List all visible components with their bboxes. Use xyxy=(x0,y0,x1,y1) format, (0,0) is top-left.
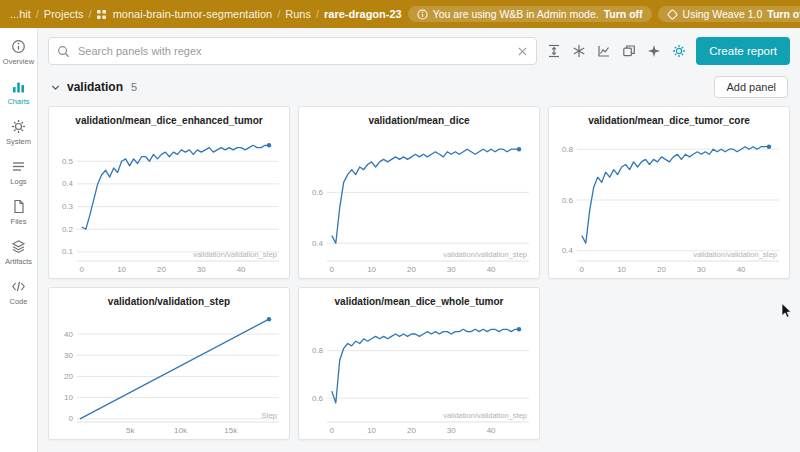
sidebar-item-label: Overview xyxy=(3,57,34,66)
svg-text:10: 10 xyxy=(117,265,126,274)
sidebar-item-system[interactable]: System xyxy=(0,113,38,153)
breadcrumb-run-name[interactable]: rare-dragon-23 xyxy=(324,8,402,20)
panel-search xyxy=(48,37,537,65)
charts-icon xyxy=(11,79,26,94)
add-panel-button[interactable]: Add panel xyxy=(714,76,788,98)
gear-icon xyxy=(11,119,26,134)
sidebar-item-label: Artifacts xyxy=(5,257,32,266)
sidebar-item-label: Charts xyxy=(7,97,29,106)
sparkle-icon[interactable] xyxy=(647,44,661,58)
breadcrumb-separator: / xyxy=(36,8,39,20)
breadcrumb-separator: / xyxy=(316,8,319,20)
svg-text:0: 0 xyxy=(330,265,335,274)
code-icon xyxy=(11,279,26,294)
breadcrumb-projects[interactable]: Projects xyxy=(44,8,84,20)
overview-icon xyxy=(11,39,26,54)
svg-text:30: 30 xyxy=(197,265,206,274)
svg-text:30: 30 xyxy=(447,426,456,435)
svg-text:40: 40 xyxy=(487,426,496,435)
svg-text:0.8: 0.8 xyxy=(562,145,574,154)
line-chart: 0.10.20.30.40.5010203040validation/valid… xyxy=(50,128,288,278)
file-icon xyxy=(11,199,26,214)
panels-toolbar: Create report xyxy=(48,37,790,65)
svg-text:Step: Step xyxy=(262,411,277,420)
svg-text:10: 10 xyxy=(617,265,626,274)
svg-text:40: 40 xyxy=(64,330,73,339)
weave-text: Using Weave 1.0 xyxy=(683,8,763,20)
svg-text:0: 0 xyxy=(69,414,74,423)
svg-text:0.6: 0.6 xyxy=(312,188,324,197)
svg-text:20: 20 xyxy=(157,265,166,274)
svg-text:0.2: 0.2 xyxy=(62,225,74,234)
admin-turn-off-link[interactable]: Turn off xyxy=(604,8,643,20)
svg-text:20: 20 xyxy=(407,265,416,274)
chart-panel-mean-dice[interactable]: validation/mean_dice 0.40.6010203040vali… xyxy=(298,106,540,279)
panel-grid-icon[interactable] xyxy=(622,44,636,58)
svg-text:10: 10 xyxy=(367,426,376,435)
svg-text:0.8: 0.8 xyxy=(312,346,324,355)
svg-text:0.4: 0.4 xyxy=(562,246,574,255)
breadcrumb-project[interactable]: monai-brain-tumor-segmentation xyxy=(113,8,273,20)
svg-text:0.6: 0.6 xyxy=(562,196,574,205)
chart-panel-mean-dice-tumor-core[interactable]: validation/mean_dice_tumor_core 0.40.60.… xyxy=(548,106,790,279)
layers-icon xyxy=(11,239,26,254)
line-chart: 0.60.8010203040validation/validation_ste… xyxy=(300,309,538,439)
search-icon xyxy=(57,45,70,58)
sidebar-item-overview[interactable]: Overview xyxy=(0,33,38,73)
create-report-button[interactable]: Create report xyxy=(696,37,790,65)
svg-text:validation/validation_step: validation/validation_step xyxy=(443,411,527,420)
weave-turn-off-link[interactable]: Turn off xyxy=(767,8,800,20)
smoothing-icon[interactable] xyxy=(597,44,611,58)
admin-mode-banner: You are using W&B in Admin mode. Turn of… xyxy=(408,6,652,22)
svg-text:validation/validation_step: validation/validation_step xyxy=(693,250,777,259)
sidebar-item-logs[interactable]: Logs xyxy=(0,153,38,193)
svg-text:0.4: 0.4 xyxy=(312,239,324,248)
svg-text:0: 0 xyxy=(80,265,85,274)
section-title: validation xyxy=(67,80,123,94)
sidebar-item-charts[interactable]: Charts xyxy=(0,73,38,113)
svg-text:30: 30 xyxy=(697,265,706,274)
info-icon xyxy=(417,9,428,20)
outliers-icon[interactable] xyxy=(572,44,586,58)
sidebar-item-label: Code xyxy=(10,297,28,306)
left-sidebar: Overview Charts System Logs Files Artifa… xyxy=(0,28,38,452)
svg-text:30: 30 xyxy=(64,351,73,360)
svg-text:validation/validation_step: validation/validation_step xyxy=(443,250,527,259)
sidebar-item-label: Files xyxy=(11,217,27,226)
sidebar-item-code[interactable]: Code xyxy=(0,273,38,313)
sidebar-item-label: System xyxy=(6,137,31,146)
chart-panel-mean-dice-enhanced-tumor[interactable]: validation/mean_dice_enhanced_tumor 0.10… xyxy=(48,106,290,279)
chart-panel-validation-step[interactable]: validation/validation_step 0102030405k10… xyxy=(48,287,290,440)
line-chart: 0.40.6010203040validation/validation_ste… xyxy=(300,128,538,278)
validation-section-header: validation 5 Add panel xyxy=(48,76,790,98)
top-navbar: ...hit / Projects / monai-brain-tumor-se… xyxy=(0,0,800,28)
svg-text:40: 40 xyxy=(237,265,246,274)
settings-gear-icon[interactable] xyxy=(672,44,686,58)
chart-title: validation/mean_dice_whole_tumor xyxy=(299,288,539,308)
chart-panel-mean-dice-whole-tumor[interactable]: validation/mean_dice_whole_tumor 0.60.80… xyxy=(298,287,540,440)
sidebar-item-files[interactable]: Files xyxy=(0,193,38,233)
svg-text:0.4: 0.4 xyxy=(62,179,74,188)
svg-text:0.5: 0.5 xyxy=(62,157,74,166)
breadcrumb-runs[interactable]: Runs xyxy=(285,8,311,20)
project-icon xyxy=(97,10,106,19)
svg-text:20: 20 xyxy=(657,265,666,274)
chevron-down-icon[interactable] xyxy=(50,82,61,93)
panel-expand-icon[interactable] xyxy=(547,44,561,58)
chart-title: validation/mean_dice xyxy=(299,107,539,127)
svg-text:0.6: 0.6 xyxy=(312,394,324,403)
breadcrumb: ...hit / Projects / monai-brain-tumor-se… xyxy=(10,8,402,20)
breadcrumb-separator: / xyxy=(277,8,280,20)
svg-text:40: 40 xyxy=(737,265,746,274)
sidebar-item-label: Logs xyxy=(10,177,26,186)
clear-search-icon[interactable] xyxy=(517,46,528,57)
main-content: Create report validation 5 Add panel val… xyxy=(38,28,800,452)
breadcrumb-entity[interactable]: ...hit xyxy=(10,8,31,20)
chart-title: validation/validation_step xyxy=(49,288,289,308)
svg-text:0.3: 0.3 xyxy=(62,202,74,211)
sidebar-item-artifacts[interactable]: Artifacts xyxy=(0,233,38,273)
search-input[interactable] xyxy=(76,44,511,58)
toolbar-icon-group xyxy=(547,44,686,58)
breadcrumb-separator: / xyxy=(89,8,92,20)
svg-text:15k: 15k xyxy=(224,426,238,435)
